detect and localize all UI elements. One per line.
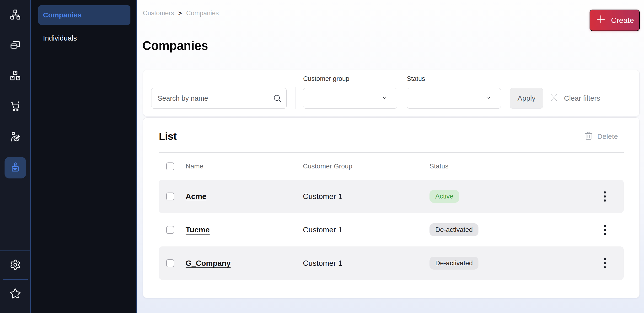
breadcrumb-companies[interactable]: Companies [186, 9, 219, 17]
trash-icon [584, 132, 593, 142]
gear-icon [10, 259, 21, 272]
company-link[interactable]: Tucme [186, 225, 210, 234]
rail-top-icons [4, 0, 26, 178]
clear-filters-button[interactable]: Clear filters [549, 88, 600, 109]
apply-button[interactable]: Apply [510, 88, 543, 109]
rail-divider [3, 279, 28, 280]
sidebar-item-payments[interactable] [4, 35, 26, 56]
status-badge: De-activated [430, 257, 478, 270]
breadcrumb: Customers > Companies [143, 9, 219, 17]
select-row-checkbox[interactable] [166, 192, 174, 200]
sidebar-item-label: Individuals [43, 34, 77, 42]
sidebar-item-favorites[interactable] [4, 283, 26, 305]
select-row-checkbox[interactable] [166, 226, 174, 234]
create-button-label: Create [611, 16, 634, 25]
status-badge: De-activated [430, 223, 478, 236]
list-title: List [159, 131, 177, 142]
table-row: Acme Customer 1 Active [159, 180, 624, 213]
chevron-down-icon [380, 95, 389, 102]
star-icon [10, 288, 21, 300]
main-content: Customers > Companies Create Companies C… [137, 0, 644, 313]
clear-filters-label: Clear filters [564, 94, 600, 102]
select-all-checkbox[interactable] [166, 162, 174, 170]
search-icon [273, 94, 282, 103]
list-header: List Delete [159, 118, 624, 153]
create-button[interactable]: Create [590, 9, 640, 31]
column-header-status: Status [430, 162, 586, 170]
column-header-name: Name [186, 162, 303, 170]
select-row-checkbox[interactable] [166, 259, 174, 267]
cart-icon [10, 100, 21, 113]
sidebar-item-individuals[interactable]: Individuals [43, 32, 77, 44]
customer-group-cell: Customer 1 [303, 259, 430, 268]
rail-bottom-icons [0, 251, 30, 313]
row-actions-menu[interactable] [602, 256, 608, 271]
sub-sidebar: Companies Individuals [31, 0, 137, 313]
sidebar-item-org-chart[interactable] [4, 4, 26, 26]
customer-group-select[interactable] [303, 88, 397, 109]
plus-icon [595, 14, 606, 27]
company-link[interactable]: G_Company [186, 259, 230, 267]
rail-divider [0, 251, 30, 251]
payment-cards-icon [10, 39, 21, 52]
sidebar-item-label: Companies [43, 11, 82, 19]
delete-button-label: Delete [597, 132, 618, 141]
status-select[interactable] [407, 88, 501, 109]
customer-group-cell: Customer 1 [303, 225, 430, 234]
table-row: G_Company Customer 1 De-activated [159, 246, 624, 280]
customer-group-cell: Customer 1 [303, 192, 430, 201]
column-header-customer-group: Customer Group [303, 162, 430, 170]
product-boxes-icon [10, 70, 21, 82]
page-title: Companies [142, 39, 208, 53]
table-header-row: Name Customer Group Status [159, 153, 624, 180]
sidebar-item-customers[interactable] [4, 157, 26, 178]
filter-divider [295, 87, 296, 109]
table-row: Tucme Customer 1 De-activated [159, 213, 624, 246]
sidebar-item-companies[interactable]: Companies [38, 5, 130, 25]
breadcrumb-customers[interactable]: Customers [143, 9, 174, 17]
sidebar-item-settings[interactable] [4, 255, 26, 276]
search-input[interactable] [151, 88, 287, 109]
status-badge: Active [430, 190, 459, 203]
breadcrumb-separator: > [178, 10, 182, 17]
sidebar-item-marketing[interactable] [4, 127, 26, 148]
icon-rail [0, 0, 31, 313]
filters-card: Customer group Status Apply [143, 70, 640, 116]
search-wrap [151, 88, 287, 109]
customer-badge-icon [10, 161, 21, 174]
delete-button[interactable]: Delete [584, 132, 624, 142]
chevron-down-icon [484, 95, 492, 102]
close-icon [549, 93, 559, 104]
org-chart-icon [10, 9, 21, 21]
sidebar-item-orders[interactable] [4, 96, 26, 117]
sidebar-item-products[interactable] [4, 65, 26, 87]
status-label: Status [407, 75, 425, 83]
company-link[interactable]: Acme [186, 192, 206, 201]
row-actions-menu[interactable] [602, 189, 608, 204]
list-card: List Delete Name Customer Group Status A… [143, 117, 640, 298]
row-actions-menu[interactable] [602, 222, 608, 237]
customer-group-label: Customer group [303, 75, 350, 83]
marketing-target-icon [10, 131, 21, 143]
